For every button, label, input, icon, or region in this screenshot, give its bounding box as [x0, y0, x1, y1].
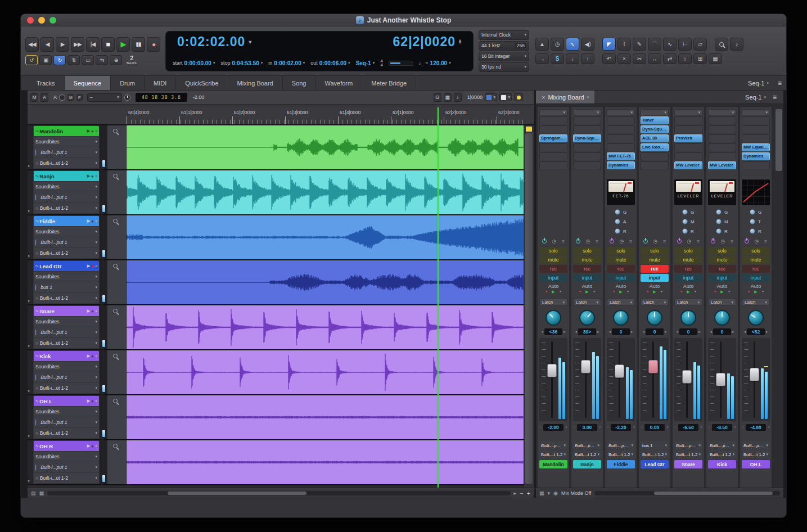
- clock-icon[interactable]: ◷: [619, 238, 624, 244]
- titlebar[interactable]: ♪ Just Another Whistle Stop: [21, 14, 786, 26]
- record-enable-button[interactable]: rec: [742, 265, 770, 273]
- auto-play-icon[interactable]: ▶: [653, 290, 656, 294]
- automation-mode-selector[interactable]: Latch▾: [607, 299, 635, 306]
- midi-mode-button[interactable]: M: [67, 94, 74, 101]
- clock-icon[interactable]: ◷: [552, 238, 556, 244]
- auto-record-icon[interactable]: ●: [545, 290, 548, 294]
- grid-overview-icon[interactable]: ▦: [39, 490, 44, 496]
- marker-flag[interactable]: [526, 127, 532, 132]
- auto-play-icon[interactable]: ▶: [552, 290, 554, 294]
- track-zoom-column[interactable]: [107, 125, 127, 169]
- auto-play-icon[interactable]: ▶: [585, 290, 588, 294]
- volume-minus-button[interactable]: −: [573, 425, 575, 429]
- pan-knob[interactable]: [579, 310, 595, 326]
- horizontal-scrollbar[interactable]: [47, 491, 511, 495]
- record-enable-button[interactable]: rec: [573, 265, 601, 273]
- tab-quickscribe[interactable]: QuickScribe: [176, 76, 228, 90]
- soundbites-selector[interactable]: Soundbites▾: [34, 272, 99, 282]
- menu-icon[interactable]: ≡: [95, 399, 97, 403]
- track-zoom-column[interactable]: [107, 215, 127, 259]
- fader-cap[interactable]: [581, 360, 590, 373]
- pan-left-arrow-icon[interactable]: ◂: [676, 330, 678, 334]
- solo-mode-icon[interactable]: S: [551, 53, 564, 64]
- step-back-button[interactable]: ◀: [40, 37, 54, 52]
- automation-mode-selector[interactable]: Latch▾: [742, 299, 770, 306]
- track-input-selector[interactable]: ▏Built-i...put 1▾: [34, 147, 99, 157]
- scrollbar-thumb[interactable]: [168, 492, 306, 495]
- mute-button[interactable]: mute: [607, 256, 635, 264]
- power-icon[interactable]: [542, 239, 547, 244]
- insert-slot-empty[interactable]: [674, 152, 702, 160]
- track-output-selector[interactable]: ○Built-i...ut 1-2▾: [34, 203, 99, 213]
- mute-button[interactable]: mute: [539, 256, 567, 264]
- auto-record-icon[interactable]: ●: [579, 290, 581, 294]
- track-expand-handle[interactable]: ▸: [28, 125, 33, 169]
- mute-mode-button[interactable]: M: [30, 93, 38, 102]
- vertical-scrollbar[interactable]: [524, 125, 534, 488]
- maximize-window-button[interactable]: [49, 17, 56, 24]
- insert-slot-empty[interactable]: [607, 143, 635, 151]
- track-title[interactable]: ~Kick▶●≡: [34, 351, 99, 361]
- metronome-icon[interactable]: ▲: [535, 38, 549, 51]
- input-monitor-button[interactable]: input: [742, 274, 770, 282]
- insert-slot[interactable]: Dyna-Squash: [641, 125, 669, 133]
- soundbites-selector[interactable]: Soundbites▾: [34, 182, 99, 192]
- minimize-window-button[interactable]: [38, 17, 45, 24]
- knob-icon[interactable]: [750, 219, 755, 224]
- auto-record-icon[interactable]: ●: [748, 290, 750, 294]
- track-lane[interactable]: [127, 350, 524, 394]
- knob-icon[interactable]: [716, 219, 722, 224]
- menu-icon[interactable]: ≡: [562, 238, 565, 244]
- mute-button[interactable]: mute: [641, 256, 669, 264]
- volume-minus-button[interactable]: −: [708, 425, 710, 429]
- marker-color-button[interactable]: [514, 93, 523, 101]
- track-title[interactable]: ~Lead Gtr▶●≡: [34, 261, 99, 271]
- tab-midi[interactable]: MIDI: [145, 76, 176, 90]
- play-icon[interactable]: ▶: [87, 399, 90, 403]
- tab-meter-bridge[interactable]: Meter Bridge: [362, 76, 416, 90]
- strip-input-selector[interactable]: bus 1▾: [641, 441, 669, 449]
- track-expand-handle[interactable]: ▸: [28, 305, 33, 349]
- insert-slot-empty[interactable]: [708, 134, 736, 142]
- mix-mode-label[interactable]: Mix Mode Off: [561, 490, 591, 496]
- track-lane[interactable]: [127, 440, 524, 484]
- plugin-knob-row[interactable]: R: [674, 227, 702, 235]
- input-monitor-button[interactable]: input: [573, 274, 601, 282]
- insert-slot[interactable]: Dyna-Squash: [573, 134, 601, 142]
- grid-icon[interactable]: ▦: [444, 93, 452, 102]
- strip-track-name[interactable]: Fiddle: [607, 460, 635, 468]
- record-icon[interactable]: ●: [91, 309, 94, 314]
- grid-snap-button[interactable]: G: [434, 93, 441, 102]
- scrollbar-thumb[interactable]: [654, 492, 773, 495]
- insert-selector[interactable]: – ▾: [87, 93, 122, 102]
- record-icon[interactable]: ●: [91, 129, 94, 134]
- track-input-selector[interactable]: ▏Built-i...put 1▾: [34, 192, 99, 202]
- volume-minus-button[interactable]: −: [607, 425, 609, 429]
- tab-drum[interactable]: Drum: [111, 76, 145, 90]
- strip-output-selector[interactable]: Built-...t 1-2▾: [607, 450, 635, 458]
- auto-off-icon[interactable]: ●: [695, 290, 697, 294]
- clock-icon[interactable]: ◷: [754, 238, 759, 244]
- auto-play-icon[interactable]: ▶: [754, 290, 757, 294]
- knob-icon[interactable]: [615, 209, 620, 215]
- stop-time-field[interactable]: stop0:04:53.50▾: [220, 60, 263, 66]
- auto-off-icon[interactable]: ●: [593, 290, 596, 294]
- insert-slot[interactable]: ACE 30: [641, 134, 669, 142]
- track-title[interactable]: ~OH L▶●≡: [34, 396, 99, 406]
- play-icon[interactable]: ▶: [87, 264, 90, 268]
- fader-track[interactable]: [585, 341, 587, 418]
- step-forward-button[interactable]: ▶: [56, 37, 69, 52]
- strip-config-selector[interactable]: ▾: [539, 109, 567, 115]
- menu-icon[interactable]: ≡: [95, 309, 97, 313]
- knob-icon[interactable]: [615, 228, 620, 234]
- auto-off-icon[interactable]: ●: [627, 290, 629, 294]
- strip-track-name[interactable]: Banjo: [573, 460, 601, 468]
- insert-slot-empty[interactable]: [573, 125, 601, 133]
- track-output-selector[interactable]: ○Built-i...ut 1-2▾: [34, 338, 99, 348]
- record-enable-button[interactable]: rec: [607, 265, 635, 273]
- knob-icon[interactable]: [750, 228, 755, 234]
- track-output-selector[interactable]: ○Built-i...ut 1-2▾: [34, 158, 99, 168]
- insert-slot-empty[interactable]: [742, 134, 770, 142]
- track-zoom-column[interactable]: [107, 305, 127, 349]
- insert-slot[interactable]: Tuner: [641, 116, 669, 124]
